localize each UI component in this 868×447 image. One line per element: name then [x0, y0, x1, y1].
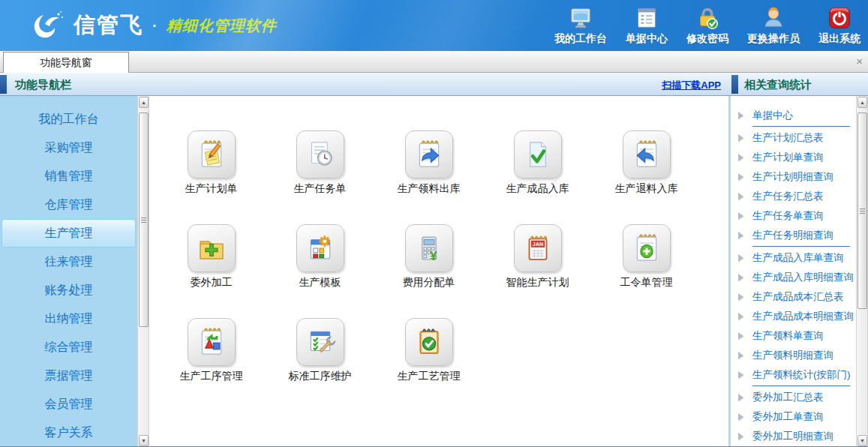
sidebar-item[interactable]: 会员管理 — [2, 390, 136, 418]
feature-费用分配单[interactable]: ¥费用分配单 — [374, 224, 483, 318]
sidebar-item[interactable]: 采购管理 — [2, 134, 136, 162]
user-icon — [761, 4, 786, 31]
close-icon[interactable]: × — [856, 56, 863, 67]
list-separator — [752, 246, 850, 247]
feature-label: 费用分配单 — [403, 276, 455, 290]
scroll-up-icon[interactable]: ▲ — [139, 97, 149, 108]
query-link[interactable]: 生产任务汇总表 — [731, 187, 856, 206]
triangle-bullet-icon — [738, 232, 743, 239]
scrollbar-thumb[interactable] — [139, 112, 149, 327]
brand-tagline: 精细化管理软件 — [167, 16, 277, 36]
triangle-bullet-icon — [738, 274, 743, 281]
sidebar-item[interactable]: 销售管理 — [2, 162, 136, 190]
query-link-label: 委外加工汇总表 — [752, 391, 824, 404]
query-link-label: 委外加工明细查询 — [752, 430, 833, 443]
query-link[interactable]: 生产计划单查询 — [731, 148, 856, 167]
app-window: { "app": { "brand": "信管飞", "brand_dot": … — [0, 0, 868, 447]
monitor-icon — [568, 4, 593, 31]
feature-label: 生产退料入库 — [615, 182, 678, 196]
feature-row: 生产计划单生产任务单生产领料出库生产成品入库生产退料入库 — [149, 130, 728, 224]
query-link[interactable]: 生产成品入库明细查询 — [731, 268, 856, 287]
notepad-arrow-out-icon — [405, 130, 453, 178]
tab-function-navigator[interactable]: 功能导航窗 — [3, 52, 129, 73]
query-link[interactable]: 生产任务单查询 — [731, 206, 856, 226]
list-separator — [752, 126, 850, 127]
feature-生产成品入库[interactable]: 生产成品入库 — [483, 130, 592, 224]
sidebar-item[interactable]: 仓库管理 — [2, 190, 136, 219]
sidebar-item[interactable]: 综合管理 — [2, 333, 136, 362]
query-link[interactable]: 生产领料明细查询 — [731, 346, 856, 365]
query-link[interactable]: 生产成品成本明细查询 — [731, 307, 856, 326]
query-link[interactable]: 委外加工单查询 — [731, 407, 856, 427]
toolbar-button-更换操作员[interactable]: 更换操作员 — [747, 4, 800, 46]
feature-工令单管理[interactable]: 工令单管理 — [592, 224, 701, 318]
feature-生产退料入库[interactable]: 生产退料入库 — [592, 130, 701, 224]
query-link[interactable]: 委外加工明细查询 — [731, 427, 856, 446]
power-icon — [827, 4, 852, 31]
left-nav-scrollbar[interactable]: ▲ ▼ — [137, 96, 149, 447]
sidebar-item[interactable]: 出纳管理 — [2, 304, 136, 333]
query-link-label: 生产计划明细查询 — [752, 170, 833, 184]
sidebar-item[interactable]: 生产管理 — [2, 219, 136, 248]
query-link[interactable]: 生产领料统计(按部门) — [731, 365, 856, 385]
scroll-down-icon[interactable]: ▼ — [139, 435, 149, 446]
feature-委外加工[interactable]: 委外加工 — [157, 224, 266, 318]
triangle-bullet-icon — [738, 112, 743, 119]
sidebar-item[interactable]: 往来管理 — [2, 248, 136, 276]
feature-label: 生产领料出库 — [398, 182, 461, 196]
feature-标准工序维护[interactable]: 标准工序维护 — [266, 318, 374, 412]
query-link-label: 生产计划汇总表 — [752, 131, 824, 145]
toolbar-button-单据中心[interactable]: 单据中心 — [626, 4, 668, 46]
brand-name: 信管飞 — [74, 10, 143, 40]
query-link-label: 生产成品成本汇总表 — [752, 290, 844, 304]
triangle-bullet-icon — [738, 134, 743, 142]
toolbar-button-我的工作台[interactable]: 我的工作台 — [554, 4, 607, 46]
right-panel-title: 相关查询统计 — [744, 78, 812, 92]
download-app-link[interactable]: 扫描下载APP — [662, 79, 721, 92]
query-link[interactable]: 生产任务明细查询 — [731, 226, 856, 245]
query-link[interactable]: 生产计划汇总表 — [731, 128, 856, 148]
triangle-bullet-icon — [738, 254, 743, 262]
query-link[interactable]: 生产计划明细查询 — [731, 167, 856, 187]
scrollbar-grip — [141, 216, 146, 224]
query-link-label: 生产领料明细查询 — [752, 349, 833, 362]
toolbar-button-退出系统[interactable]: 退出系统 — [818, 4, 860, 46]
left-panel-accent-square — [0, 75, 7, 94]
query-link[interactable]: 委外加工汇总表 — [731, 388, 856, 407]
svg-text:¥: ¥ — [429, 248, 437, 263]
feature-生产计划单[interactable]: 生产计划单 — [157, 130, 266, 224]
feature-生产领料出库[interactable]: 生产领料出库 — [374, 130, 483, 224]
triangle-bullet-icon — [738, 332, 743, 340]
feature-label: 生产工序管理 — [180, 370, 243, 383]
sidebar-item[interactable]: 客户关系 — [2, 418, 136, 447]
scroll-up-icon[interactable]: ▲ — [857, 97, 867, 108]
scroll-down-icon[interactable]: ▼ — [857, 435, 867, 446]
notepad-plus-icon — [623, 224, 671, 272]
query-link[interactable]: 生产成品入库单查询 — [731, 248, 856, 268]
query-link-label: 生产成品入库明细查询 — [752, 271, 854, 284]
notepad-check-icon — [405, 318, 453, 366]
sidebar-item[interactable]: 账务处理 — [2, 276, 136, 304]
query-panel-scrollbar[interactable]: ▲ ▼ — [856, 96, 868, 447]
feature-生产工艺管理[interactable]: 生产工艺管理 — [374, 318, 483, 412]
calculator-yen-icon: ¥ — [405, 224, 453, 272]
calendar-jan-icon: JAN — [514, 224, 562, 272]
feature-生产模板[interactable]: 生产模板 — [266, 224, 374, 318]
query-link-label: 生产任务单查询 — [752, 209, 824, 223]
notepad-arrow-in-icon — [623, 130, 671, 178]
sidebar-item[interactable]: 我的工作台 — [2, 105, 136, 134]
feature-生产任务单[interactable]: 生产任务单 — [266, 130, 374, 224]
triangle-bullet-icon — [738, 313, 743, 320]
query-link-label: 生产成品成本明细查询 — [752, 310, 854, 323]
query-link[interactable]: 生产领料单查询 — [731, 326, 856, 346]
sidebar-item[interactable]: 票据管理 — [2, 362, 136, 390]
query-link[interactable]: 单据中心 — [731, 106, 856, 125]
query-link[interactable]: 生产成品成本汇总表 — [731, 287, 856, 307]
feature-生产工序管理[interactable]: 生产工序管理 — [157, 318, 266, 412]
query-link-label: 生产任务汇总表 — [752, 190, 824, 203]
scrollbar-thumb[interactable] — [857, 112, 867, 309]
toolbar-button-修改密码[interactable]: 修改密码 — [686, 4, 728, 46]
feature-智能生产计划[interactable]: JAN智能生产计划 — [483, 224, 592, 318]
folder-plus-icon — [188, 224, 236, 272]
left-panel-title: 功能导航栏 — [15, 78, 71, 92]
